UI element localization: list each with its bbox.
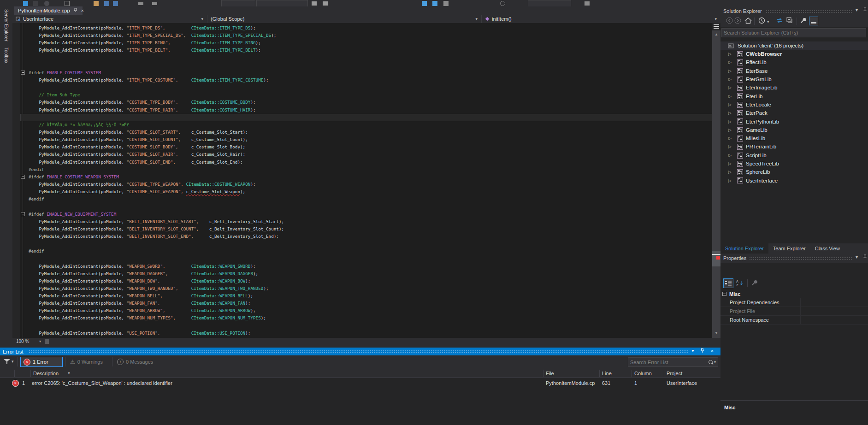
solution-explorer-project-eterpythonlib[interactable]: EterPythonLib — [720, 117, 868, 125]
column-header-project[interactable]: Project — [667, 369, 682, 378]
collapse-all-icon[interactable] — [786, 17, 794, 24]
search-input[interactable] — [628, 360, 708, 365]
code-line[interactable]: PyModule_AddIntConstant(poModule, "WEAPO… — [20, 277, 712, 285]
chevron-right-icon[interactable] — [728, 69, 732, 73]
solution-explorer-title-bar[interactable]: Solution Explorer — [720, 6, 868, 16]
code-line[interactable] — [20, 84, 712, 91]
error-marker[interactable] — [716, 256, 720, 260]
close-icon[interactable]: × — [81, 8, 84, 13]
save-icon[interactable] — [104, 1, 109, 6]
fold-minus-icon[interactable] — [21, 71, 25, 75]
toolbar-icon[interactable] — [323, 1, 328, 6]
code-line[interactable] — [20, 240, 712, 248]
solution-explorer-project-eterlocale[interactable]: EterLocale — [720, 100, 868, 109]
fold-minus-icon[interactable] — [21, 212, 25, 216]
solution-explorer-project-scriptlib[interactable]: ScriptLib — [720, 151, 868, 159]
properties-wrench-icon[interactable] — [800, 17, 807, 24]
collapse-minus-icon[interactable] — [722, 292, 726, 296]
chevron-right-icon[interactable] — [728, 60, 732, 65]
code-line[interactable]: PyModule_AddIntConstant(poModule, "ITEM_… — [20, 47, 712, 54]
splitter-handle[interactable] — [712, 23, 720, 30]
home-icon[interactable] — [744, 17, 752, 24]
column-header-description[interactable]: Description — [33, 369, 59, 378]
window-position-icon[interactable] — [689, 348, 697, 353]
solution-explorer-project-userinterface[interactable]: UserInterface — [720, 176, 868, 184]
code-line[interactable]: PyModule_AddIntConstant(poModule, "COSTU… — [20, 99, 712, 106]
error-list-search[interactable] — [628, 357, 718, 367]
alphabetical-sort-icon[interactable]: AZ — [736, 279, 744, 287]
close-icon[interactable]: × — [709, 348, 716, 354]
toolbar-icon[interactable] — [312, 1, 317, 6]
horizontal-scrollbar-thumb[interactable] — [45, 339, 49, 344]
chevron-right-icon[interactable] — [728, 52, 732, 56]
zoom-select[interactable]: 100 % — [13, 338, 43, 345]
solution-explorer-project-eterbase[interactable]: EterBase — [720, 67, 868, 75]
tab-class-view[interactable]: Class View — [810, 243, 844, 254]
toolbar-combo[interactable] — [256, 0, 308, 7]
toolbar-icon[interactable] — [23, 1, 28, 6]
error-row[interactable]: 1 error C2065: 'c_Costume_Slot_Weapon' :… — [0, 378, 720, 388]
filter-icon[interactable] — [4, 359, 10, 365]
code-line[interactable]: PyModule_AddIntConstant(poModule, "WEAPO… — [20, 314, 712, 322]
nav-member-dropdown[interactable]: initItem() — [482, 15, 720, 23]
code-line[interactable]: PyModule_AddIntConstant(poModule, "ITEM_… — [20, 39, 712, 47]
solution-explorer-project-effectlib[interactable]: EffectLib — [720, 58, 868, 66]
nav-scope-dropdown[interactable]: (Global Scope) — [207, 15, 482, 23]
properties-title-bar[interactable]: Properties — [720, 254, 868, 263]
error-list-title-bar[interactable]: Error List × — [0, 348, 720, 355]
chevron-right-icon[interactable] — [728, 119, 732, 124]
column-header-column[interactable]: Column — [634, 369, 652, 378]
window-position-icon[interactable] — [856, 254, 858, 260]
chevron-right-icon[interactable] — [728, 144, 732, 149]
code-line[interactable]: #endif — [20, 248, 712, 255]
code-line[interactable] — [20, 255, 712, 262]
code-line[interactable]: PyModule_AddIntConstant(poModule, "COSTU… — [20, 159, 712, 166]
save-all-icon[interactable] — [113, 1, 118, 6]
toolbar-icon[interactable] — [500, 1, 505, 6]
warnings-filter-toggle[interactable]: 0 Warnings — [68, 357, 103, 367]
code-line[interactable]: #ifdef ENABLE_COSTUME_WEAPON_SYSTEM — [20, 173, 712, 181]
code-line[interactable]: PyModule_AddIntConstant(poModule, "BELT_… — [20, 233, 712, 240]
scroll-down-arrow[interactable] — [712, 331, 720, 335]
property-category[interactable]: Misc — [720, 289, 868, 298]
solution-root-item[interactable]: Solution 'client' (16 projects) — [720, 41, 868, 50]
code-line[interactable] — [20, 322, 712, 330]
code-line[interactable]: PyModule_AddIntConstant(poModule, "WEAPO… — [20, 292, 712, 300]
toolbar-icon[interactable] — [44, 1, 49, 6]
toolbar-combo[interactable] — [528, 0, 571, 7]
sidebar-tab-toolbox[interactable]: Toolbox — [4, 47, 9, 63]
chevron-right-icon[interactable] — [728, 102, 732, 107]
messages-filter-toggle[interactable]: 0 Messages — [115, 357, 153, 367]
errors-filter-toggle[interactable]: 1 Error — [20, 357, 63, 367]
pin-icon[interactable] — [74, 8, 77, 13]
code-line[interactable]: PyModule_AddIntConstant(poModule, "COSTU… — [20, 151, 712, 158]
column-header-file[interactable]: File — [546, 369, 554, 378]
code-editor[interactable]: PyModule_AddIntConstant(poModule, "ITEM_… — [12, 23, 720, 338]
vertical-scrollbar[interactable] — [712, 23, 720, 338]
toolbar-icon[interactable] — [33, 1, 38, 6]
pending-changes-icon[interactable] — [758, 17, 766, 24]
code-line[interactable]: PyModule_AddIntConstant(poModule, "BELT_… — [20, 218, 712, 225]
forward-icon[interactable] — [734, 17, 742, 24]
code-line[interactable]: PyModule_AddIntConstant(poModule, "ITEM_… — [20, 77, 712, 84]
sync-with-active-document-icon[interactable] — [776, 17, 783, 24]
solution-explorer-project-prterrainlib[interactable]: PRTerrainLib — [720, 142, 868, 151]
code-line[interactable] — [20, 62, 712, 69]
chevron-right-icon[interactable] — [728, 111, 732, 115]
code-line[interactable]: PyModule_AddIntConstant(poModule, "WEAPO… — [20, 270, 712, 277]
fold-minus-icon[interactable] — [21, 175, 25, 179]
code-line[interactable]: // ÀÎº¥Åä¸® ¹× Àåºñâ¿¡¼ÀÇ ½½·Ô ¹øÈ£ — [20, 121, 712, 129]
open-folder-icon[interactable] — [94, 1, 99, 6]
code-line[interactable]: PyModule_AddIntConstant(poModule, "COSTU… — [20, 136, 712, 143]
chevron-right-icon[interactable] — [728, 170, 732, 174]
code-line[interactable] — [20, 114, 712, 121]
chevron-right-icon[interactable] — [728, 94, 732, 99]
search-input[interactable] — [722, 30, 866, 35]
chevron-down-icon[interactable] — [12, 359, 14, 364]
code-line[interactable]: #endif — [20, 166, 712, 173]
code-line[interactable] — [20, 203, 712, 210]
scroll-up-arrow[interactable] — [712, 32, 720, 36]
code-line[interactable]: #ifdef ENABLE_COSTUME_SYSTEM — [20, 69, 712, 77]
tab-team-explorer[interactable]: Team Explorer — [768, 243, 810, 254]
chevron-right-icon[interactable] — [728, 178, 732, 183]
